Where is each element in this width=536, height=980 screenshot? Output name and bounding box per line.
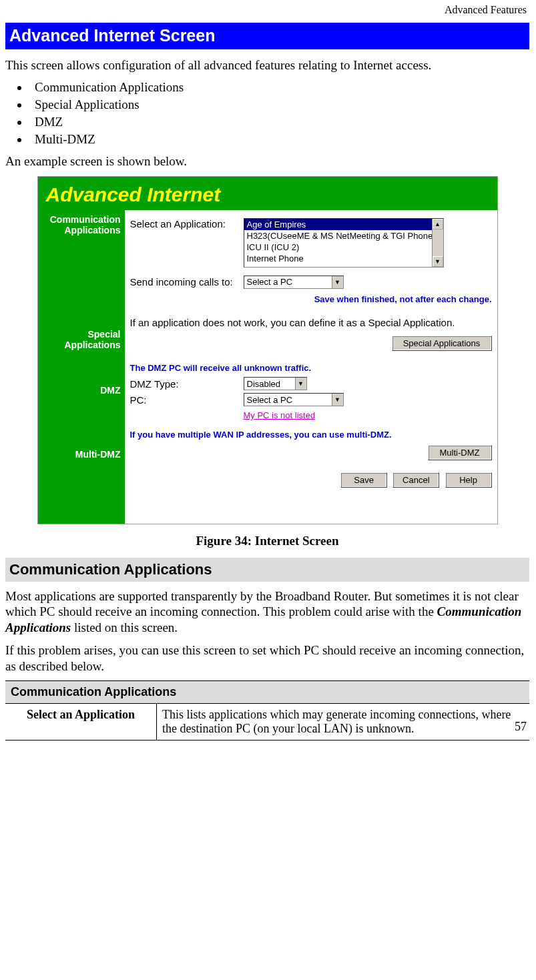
table-value: This lists applications which may genera…	[157, 704, 530, 741]
table-row: Select an Application This lists applica…	[5, 704, 529, 741]
sidebar-item-dmz: DMZ	[42, 385, 121, 396]
pc-label: PC:	[130, 394, 244, 406]
table-header: Communication Applications	[5, 681, 529, 704]
body-paragraph: Most applications are supported transpar…	[5, 588, 529, 636]
list-option[interactable]: H323(CUseeME & MS NetMeeting & TGI Phone…	[244, 230, 443, 241]
multi-dmz-note: If you have multiple WAN IP addresses, y…	[130, 430, 492, 440]
list-option[interactable]: Age of Empires	[244, 219, 443, 230]
dmz-pc-value: Select a PC	[247, 395, 293, 405]
list-item: Special Applications	[29, 97, 529, 112]
chevron-down-icon: ▼	[332, 394, 343, 406]
special-applications-button[interactable]: Special Applications	[392, 336, 492, 351]
scroll-up-icon[interactable]: ▲	[433, 219, 443, 229]
dmz-note: The DMZ PC will receive all unknown traf…	[130, 363, 492, 373]
sidebar-item-communication: Communication Applications	[42, 214, 121, 235]
dmz-type-label: DMZ Type:	[130, 378, 244, 390]
screenshot-figure: Advanced Internet Communication Applicat…	[37, 176, 498, 524]
figure-caption: Figure 34: Internet Screen	[5, 534, 529, 548]
dmz-type-value: Disabled	[247, 379, 281, 389]
example-line: An example screen is shown below.	[5, 153, 529, 169]
chevron-down-icon: ▼	[332, 276, 343, 288]
section-header: Advanced Features	[5, 0, 529, 19]
dmz-type-select[interactable]: Disabled ▼	[244, 377, 307, 390]
body-paragraph: If this problem arises, you can use this…	[5, 642, 529, 674]
dmz-pc-select[interactable]: Select a PC ▼	[244, 393, 344, 406]
pc-select-value: Select a PC	[247, 277, 293, 287]
send-calls-label: Send incoming calls to:	[130, 276, 244, 288]
sidebar-item-multi-dmz: Multi-DMZ	[42, 449, 121, 460]
save-button[interactable]: Save	[340, 472, 387, 488]
list-item: DMZ	[29, 115, 529, 129]
figure-title: Advanced Internet	[38, 177, 497, 210]
sidebar-item-special: Special Applications	[42, 329, 121, 350]
intro-paragraph: This screen allows configuration of all …	[5, 57, 529, 73]
special-text: If an application does not work, you can…	[130, 316, 492, 330]
list-item: Multi-DMZ	[29, 132, 529, 147]
definitions-table: Communication Applications Select an App…	[5, 680, 529, 741]
multi-dmz-button[interactable]: Multi-DMZ	[428, 445, 492, 460]
table-key: Select an Application	[5, 704, 157, 741]
chevron-down-icon: ▼	[295, 378, 306, 390]
application-listbox[interactable]: Age of Empires H323(CUseeME & MS NetMeet…	[244, 218, 444, 268]
select-app-label: Select an Application:	[130, 218, 244, 229]
page-title-bar: Advanced Internet Screen	[5, 23, 529, 49]
cancel-button[interactable]: Cancel	[392, 472, 439, 488]
save-note: Save when finished, not after each chang…	[314, 294, 492, 304]
my-pc-not-listed-link[interactable]: My PC is not listed	[244, 410, 316, 420]
list-option[interactable]: Internet Phone	[244, 253, 443, 264]
page-number: 57	[515, 720, 527, 734]
list-option[interactable]: ICU II (ICU 2)	[244, 241, 443, 253]
section-heading: Communication Applications	[5, 558, 529, 582]
list-item: Communication Applications	[29, 80, 529, 95]
help-button[interactable]: Help	[445, 472, 492, 488]
feature-list: Communication Applications Special Appli…	[5, 80, 529, 147]
scrollbar[interactable]: ▲ ▼	[432, 219, 443, 267]
scroll-down-icon[interactable]: ▼	[433, 256, 443, 267]
pc-select[interactable]: Select a PC ▼	[244, 276, 344, 289]
